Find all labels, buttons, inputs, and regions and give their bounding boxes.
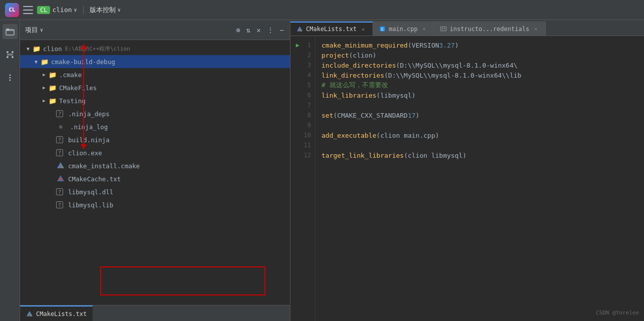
code-line-12: target_link_libraries(clion libmysql)	[321, 150, 638, 160]
line-num-10: 10	[290, 130, 315, 140]
tree-item-libmysql-lib[interactable]: ? libmysql.lib	[20, 198, 290, 211]
main-layout: 项目 ∨ ⊕ ⇅ ✕ ⋮ − ▼ 📁 clion E:\A我的C++程序\cli…	[0, 20, 644, 321]
tree-arrow-clion: ▼	[24, 46, 32, 52]
line-num-2: 2	[290, 50, 315, 60]
target-btn[interactable]: ⊕	[235, 25, 241, 35]
hamburger-menu[interactable]	[23, 6, 33, 14]
tree-label-cmake-install: cmake_install.cmake	[68, 162, 140, 170]
sidebar-more-btn[interactable]	[3, 70, 18, 85]
line-num-11: 11	[290, 140, 315, 150]
sidebar-folder-btn[interactable]	[3, 24, 18, 39]
tree-item-ninja-log[interactable]: ≡ .ninja_log	[20, 120, 290, 133]
bottom-tab-label: CMakeLists.txt	[36, 310, 87, 317]
tree-label-clion-exe: clion.exe	[68, 149, 102, 157]
code-line-6: link_libraries(libmysql)	[321, 90, 638, 100]
code-line-10: add_executable(clion main.cpp)	[321, 130, 638, 140]
code-line-1: cmake_minimum_required(VERSION 3.27)	[321, 40, 638, 50]
code-line-8: set(CMAKE_CXX_STANDARD 17)	[321, 110, 638, 120]
tab-credentials-close[interactable]: ✕	[532, 26, 539, 33]
tree-item-cmake-install[interactable]: cmake_install.cmake	[20, 159, 290, 172]
tree-item-cmakefiles[interactable]: ▶ 📁 CMakeFiles	[20, 81, 290, 94]
tree-item-testing[interactable]: ▶ 📁 Testing	[20, 94, 290, 107]
folder-icon-clion: 📁	[32, 44, 41, 53]
svg-point-3	[12, 51, 14, 53]
red-arrow-annotation	[83, 44, 84, 149]
tab-main-cpp[interactable]: C main.cpp ✕	[373, 22, 434, 36]
tree-item-cmakecache[interactable]: CMakeCache.txt	[20, 172, 290, 185]
bottom-tab-cmakelists[interactable]: CMakeLists.txt	[20, 305, 93, 321]
code-area[interactable]: ▶ 1 2 3 4 5 6 7 8 9 10 11 12 cmake_minim…	[290, 36, 644, 321]
close-panel-btn[interactable]: ✕	[255, 25, 261, 35]
version-control-label: 版本控制	[90, 6, 116, 15]
tree-item-cmake-hidden[interactable]: ▶ 📁 .cmake	[20, 68, 290, 81]
line-num-3: 3	[290, 60, 315, 70]
cmake-cache-icon	[56, 174, 65, 183]
run-icon-1[interactable]: ▶	[290, 42, 299, 49]
svg-point-9	[9, 80, 11, 81]
svg-point-8	[9, 77, 11, 79]
svg-point-7	[9, 75, 11, 76]
version-control-menu[interactable]: 版本控制 ∨	[90, 6, 121, 15]
more-panel-btn[interactable]: ⋮	[266, 25, 275, 35]
file-tree: ▼ 📁 clion E:\A我的C++程序\clion ▼ 📁 cmake-bu…	[20, 40, 290, 305]
folder-icon-cmakefiles: 📁	[48, 83, 57, 92]
app-name-menu[interactable]: CL clion ∨	[37, 6, 77, 14]
version-control-arrow: ∨	[118, 7, 121, 13]
folder-icon-cmake-hidden: 📁	[48, 70, 57, 79]
tree-arrow-cmake-build-debug: ▼	[32, 59, 40, 65]
svg-text:C: C	[381, 27, 383, 32]
line-num-1: ▶ 1	[290, 40, 315, 50]
line-num-9: 9	[290, 120, 315, 130]
file-panel: 项目 ∨ ⊕ ⇅ ✕ ⋮ − ▼ 📁 clion E:\A我的C++程序\cli…	[20, 20, 290, 321]
file-icon-ninja-log: ≡	[56, 122, 65, 131]
code-line-9	[321, 120, 638, 130]
tab-cmakelists-close[interactable]: ✕	[360, 26, 367, 33]
tab-cmakelists[interactable]: CMakeLists.txt ✕	[290, 22, 373, 36]
line-num-8: 8	[290, 110, 315, 120]
svg-rect-23	[441, 27, 446, 31]
tab-main-cpp-label: main.cpp	[389, 26, 418, 33]
panel-actions: ⊕ ⇅ ✕ ⋮ −	[235, 25, 285, 35]
tree-item-libmysql-dll[interactable]: ? libmysql.dll	[20, 185, 290, 198]
editor-tabs: CMakeLists.txt ✕ C main.cpp ✕ instructo	[290, 20, 644, 36]
tree-label-libmysql-dll: libmysql.dll	[68, 188, 113, 196]
svg-point-14	[59, 178, 62, 181]
tree-item-build-ninja[interactable]: ? build.ninja	[20, 133, 290, 146]
tab-main-cpp-close[interactable]: ✕	[421, 26, 428, 33]
tree-item-cmake-build-debug[interactable]: ▼ 📁 cmake-build-debug	[20, 55, 290, 68]
sort-btn[interactable]: ⇅	[245, 25, 251, 35]
folder-icon-testing: 📁	[48, 96, 57, 105]
cmake-icon-install	[56, 161, 65, 170]
line-num-4: 4	[290, 70, 315, 80]
sidebar-structure-btn[interactable]	[3, 47, 18, 62]
sidebar-icons	[0, 20, 20, 321]
folder-icon-cmake-build-debug: 📁	[40, 57, 49, 66]
code-line-11	[321, 140, 638, 150]
panel-title-label: 项目	[25, 26, 38, 35]
line-num-7: 7	[290, 100, 315, 110]
code-content[interactable]: cmake_minimum_required(VERSION 3.27) pro…	[315, 36, 644, 321]
svg-point-4	[7, 56, 9, 58]
file-icon-clion-exe: ?	[56, 149, 63, 156]
tab-credentials[interactable]: instructo...redentials ✕	[434, 22, 546, 36]
code-line-3: include_directories(D:\\MySQL\\mysql-8.1…	[321, 60, 638, 70]
tree-item-clion-root[interactable]: ▼ 📁 clion E:\A我的C++程序\clion	[20, 42, 290, 55]
tree-path-clion: E:\A我的C++程序\clion	[65, 45, 130, 53]
titlebar-sep	[83, 6, 84, 14]
cpp-tab-icon: C	[379, 26, 386, 32]
minimize-panel-btn[interactable]: −	[279, 25, 285, 35]
tree-label-build-ninja: build.ninja	[68, 136, 110, 144]
panel-title-arrow: ∨	[40, 27, 43, 33]
tree-arrow-cmake-hidden: ▶	[40, 72, 48, 77]
tree-item-ninja-deps[interactable]: ? .ninja_deps	[20, 107, 290, 120]
watermark: CSDN @Yorelee	[596, 309, 639, 316]
app-logo: CL	[5, 3, 19, 17]
panel-title[interactable]: 项目 ∨	[25, 26, 43, 35]
file-icon-ninja-deps: ?	[56, 110, 63, 117]
titlebar: CL CL clion ∨ 版本控制 ∨	[0, 0, 644, 20]
tree-label-ninja-deps: .ninja_deps	[68, 110, 110, 118]
code-line-2: project(clion)	[321, 50, 638, 60]
tree-label-ninja-log: .ninja_log	[70, 123, 108, 131]
tree-label-cmakecache: CMakeCache.txt	[68, 175, 121, 183]
tree-item-clion-exe[interactable]: ? clion.exe	[20, 146, 290, 159]
